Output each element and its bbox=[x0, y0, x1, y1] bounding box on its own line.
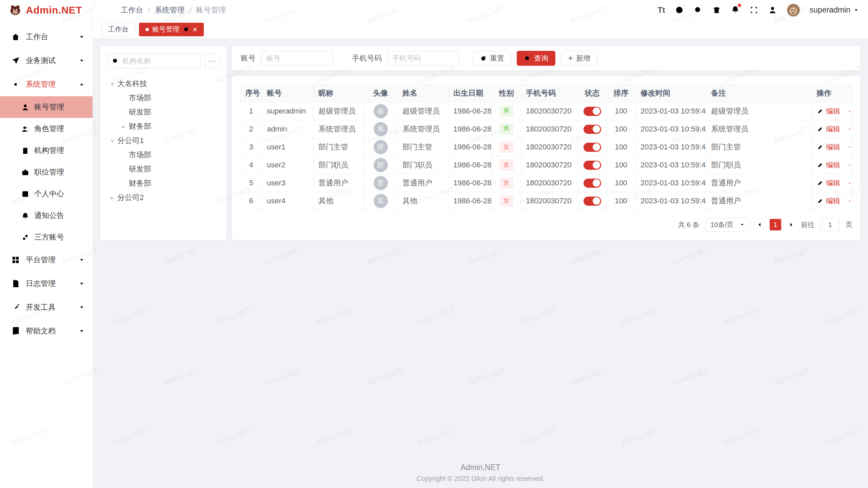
sidebar-item-role-management[interactable]: 角色管理 bbox=[0, 118, 93, 140]
language-icon[interactable] bbox=[675, 5, 684, 15]
page-number-active[interactable]: 1 bbox=[770, 219, 781, 230]
fullscreen-icon[interactable] bbox=[749, 5, 758, 15]
tree-node[interactable]: ▾分公司1 bbox=[107, 134, 220, 148]
cell-birth: 1986-06-28 bbox=[449, 138, 492, 156]
account-filter-input[interactable] bbox=[261, 51, 333, 66]
reset-button[interactable]: 重置 bbox=[473, 51, 511, 66]
goto-page-input[interactable] bbox=[821, 218, 840, 231]
font-size-icon[interactable]: Tt bbox=[657, 5, 665, 15]
org-search-input[interactable] bbox=[122, 57, 196, 65]
breadcrumb-separator: / bbox=[189, 6, 191, 15]
notification-button[interactable] bbox=[731, 5, 740, 15]
edit-button-label: 编辑 bbox=[826, 106, 840, 116]
caret-icon[interactable]: ▾ bbox=[107, 80, 117, 88]
cell-nickname: 超级管理员 bbox=[314, 102, 364, 120]
status-toggle[interactable] bbox=[584, 197, 601, 206]
sidebar-item-business-test[interactable]: 业务测试 bbox=[0, 49, 93, 73]
home-icon bbox=[11, 32, 20, 42]
tree-more-button[interactable]: ··· bbox=[205, 54, 220, 68]
hamburger-menu-icon[interactable] bbox=[102, 5, 112, 15]
sidebar-item-label: 工作台 bbox=[26, 32, 48, 42]
user-avatar[interactable] bbox=[787, 3, 800, 17]
status-toggle[interactable] bbox=[584, 107, 601, 116]
caret-icon[interactable]: ▾ bbox=[107, 137, 117, 145]
caret-icon[interactable]: ▸ bbox=[119, 123, 129, 130]
refresh-icon[interactable] bbox=[183, 26, 189, 33]
sidebar-item-account-management[interactable]: 账号管理 bbox=[0, 96, 93, 118]
cell-no: 5 bbox=[240, 174, 262, 192]
status-toggle[interactable] bbox=[584, 161, 601, 170]
cell-actions: 编辑⋯ bbox=[812, 102, 852, 120]
row-more-button[interactable]: ⋯ bbox=[848, 109, 852, 113]
sidebar-item-help-docs[interactable]: 帮助文档 bbox=[0, 319, 93, 343]
tab-workbench[interactable]: 工作台 bbox=[102, 23, 135, 36]
cell-remark: 部门职员 bbox=[706, 156, 812, 174]
chevron-down-icon bbox=[78, 304, 85, 311]
breadcrumb-item[interactable]: 工作台 bbox=[121, 5, 143, 15]
prev-page-icon[interactable] bbox=[756, 221, 764, 228]
row-more-button[interactable]: ⋯ bbox=[848, 199, 852, 203]
tree-node[interactable]: ▸分公司2 bbox=[107, 190, 220, 205]
tree-node[interactable]: ▾大名科技 bbox=[107, 77, 220, 91]
row-more-button[interactable]: ⋯ bbox=[848, 181, 852, 185]
sidebar-item-workbench[interactable]: 工作台 bbox=[0, 25, 93, 49]
edit-icon bbox=[816, 198, 824, 205]
next-page-icon[interactable] bbox=[787, 221, 795, 228]
close-icon[interactable]: × bbox=[193, 25, 197, 34]
tree-node[interactable]: 研发部 bbox=[107, 162, 220, 176]
goto-label: 前往 bbox=[801, 220, 814, 229]
main-content: ··· ▾大名科技 市场部 研发部 ▸财务部 ▾分公司1 市场部 研发部 财务部… bbox=[93, 39, 868, 488]
row-more-button[interactable]: ⋯ bbox=[848, 163, 852, 167]
sidebar-item-third-party-account[interactable]: 三方账号 bbox=[0, 226, 93, 248]
theme-icon[interactable] bbox=[712, 5, 721, 15]
sidebar-item-position-management[interactable]: 职位管理 bbox=[0, 161, 93, 183]
col-header-status: 状态 bbox=[578, 84, 607, 102]
user-menu[interactable]: superadmin bbox=[810, 5, 859, 15]
app-logo[interactable]: Admin.NET bbox=[0, 0, 93, 20]
add-button[interactable]: + 新增 bbox=[561, 51, 597, 66]
tab-account-management[interactable]: 账号管理 × bbox=[139, 23, 204, 36]
sidebar-item-org-management[interactable]: 机构管理 bbox=[0, 140, 93, 161]
sidebar-item-notice[interactable]: 通知公告 bbox=[0, 205, 93, 226]
caret-icon[interactable]: ▸ bbox=[107, 194, 117, 202]
status-toggle[interactable] bbox=[584, 125, 601, 134]
query-button[interactable]: 查询 bbox=[517, 51, 555, 66]
tools-icon bbox=[11, 303, 20, 312]
tree-node[interactable]: 市场部 bbox=[107, 148, 220, 162]
cell-birth: 1986-06-28 bbox=[449, 156, 492, 174]
row-more-button[interactable]: ⋯ bbox=[848, 145, 852, 149]
cell-status bbox=[578, 120, 607, 138]
sidebar-item-dev-tools[interactable]: 开发工具 bbox=[0, 296, 93, 319]
sidebar-item-log-management[interactable]: 日志管理 bbox=[0, 272, 93, 296]
sidebar-item-system-management[interactable]: 系统管理 bbox=[0, 73, 93, 96]
edit-button[interactable]: 编辑 bbox=[816, 124, 840, 134]
gender-badge: 女 bbox=[500, 160, 513, 170]
edit-button[interactable]: 编辑 bbox=[816, 196, 840, 206]
status-toggle[interactable] bbox=[584, 179, 601, 188]
profile-icon[interactable] bbox=[768, 5, 777, 15]
edit-button[interactable]: 编辑 bbox=[816, 178, 840, 188]
search-icon[interactable] bbox=[693, 5, 703, 15]
breadcrumb: 工作台 / 系统管理 / 账号管理 bbox=[121, 5, 226, 15]
status-toggle[interactable] bbox=[584, 143, 601, 152]
edit-button-label: 编辑 bbox=[826, 142, 840, 152]
cell-phone: 18020030720 bbox=[521, 120, 578, 138]
edit-button[interactable]: 编辑 bbox=[816, 160, 840, 170]
breadcrumb-item[interactable]: 系统管理 bbox=[155, 5, 184, 15]
edit-button[interactable]: 编辑 bbox=[816, 106, 840, 116]
tab-bar: 工作台 账号管理 × bbox=[93, 20, 868, 39]
cell-no: 4 bbox=[240, 156, 262, 174]
tree-node[interactable]: 市场部 bbox=[107, 91, 220, 105]
col-header-nickname: 昵称 bbox=[314, 84, 364, 102]
row-more-button[interactable]: ⋯ bbox=[848, 127, 852, 131]
tree-node[interactable]: 研发部 bbox=[107, 105, 220, 119]
sidebar-item-personal-center[interactable]: 个人中心 bbox=[0, 183, 93, 205]
edit-button[interactable]: 编辑 bbox=[816, 142, 840, 152]
page-size-select[interactable]: 10条/页 bbox=[705, 218, 750, 232]
sidebar-item-platform-management[interactable]: 平台管理 bbox=[0, 248, 93, 272]
phone-filter-input[interactable] bbox=[387, 51, 459, 66]
sidebar-menu: 工作台 业务测试 系统管理 账号管理 角色管理 机构管理 职位管理 bbox=[0, 20, 93, 343]
tree-node[interactable]: ▸财务部 bbox=[107, 119, 220, 134]
building-icon bbox=[21, 146, 29, 155]
tree-node[interactable]: 财务部 bbox=[107, 176, 220, 190]
